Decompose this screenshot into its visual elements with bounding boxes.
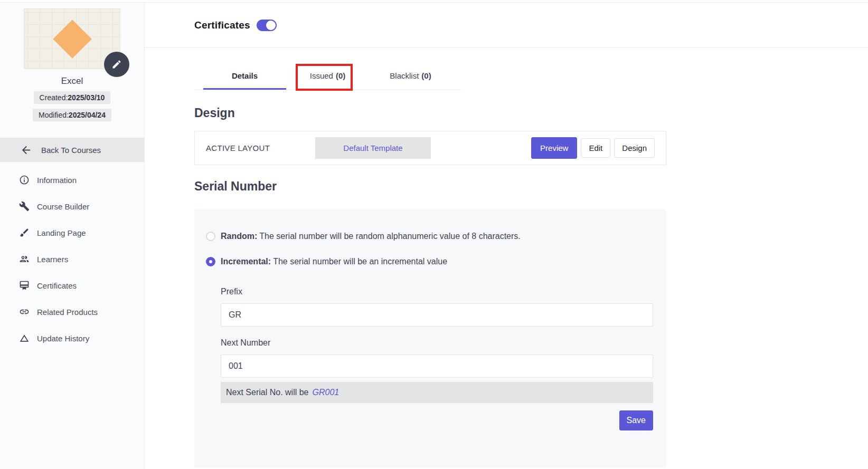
next-number-input[interactable] <box>221 355 653 378</box>
preview-button[interactable]: Preview <box>531 137 577 159</box>
people-icon <box>19 254 30 264</box>
main-content: Certificates Details Issued (0) Blacklis… <box>145 3 868 469</box>
details-tab-content: Design ACTIVE LAYOUT Default Template Pr… <box>145 106 666 467</box>
serial-number-heading: Serial Number <box>194 179 666 194</box>
tab-blacklist[interactable]: Blacklist (0) <box>369 63 452 90</box>
course-title: Excel <box>0 76 144 87</box>
design-heading: Design <box>194 106 666 120</box>
next-serial-text: Next Serial No. will be <box>226 388 309 397</box>
page-title: Certificates <box>194 20 250 31</box>
radio-option-incremental[interactable]: Incremental:The serial number will be an… <box>206 257 653 266</box>
sidebar-item-related-products[interactable]: Related Products <box>0 299 144 325</box>
active-layout-row: ACTIVE LAYOUT Default Template Preview E… <box>194 131 666 165</box>
tab-issued[interactable]: Issued (0) <box>286 63 369 90</box>
diamond-icon <box>53 20 92 59</box>
incremental-description: The serial number will be an incremental… <box>273 257 447 266</box>
radio-selected-icon[interactable] <box>206 257 215 266</box>
pencil-icon <box>111 59 122 70</box>
save-row: Save <box>221 410 653 430</box>
certificate-icon <box>19 280 30 291</box>
tab-count: (0) <box>336 71 345 80</box>
design-button[interactable]: Design <box>614 138 655 158</box>
sidebar-nav: Information Course Builder Landing Page … <box>0 167 144 351</box>
sidebar-item-update-history[interactable]: Update History <box>0 325 144 351</box>
course-thumbnail <box>24 8 120 69</box>
sidebar: Excel Created:2025/03/10 Modified:2025/0… <box>0 3 145 469</box>
active-layout-label: ACTIVE LAYOUT <box>206 143 315 152</box>
tab-label: Issued <box>310 71 333 80</box>
incremental-label: Incremental: <box>221 257 271 266</box>
created-badge: Created:2025/03/10 <box>34 91 111 104</box>
radio-text: Random:The serial number will be random … <box>221 232 521 241</box>
modified-date: 2025/04/24 <box>69 111 106 119</box>
edit-thumbnail-button[interactable] <box>104 52 129 77</box>
prefix-label: Prefix <box>221 287 653 296</box>
toggle-knob-icon <box>266 21 276 30</box>
link-icon <box>19 307 30 317</box>
serial-number-panel: Random:The serial number will be random … <box>194 209 666 467</box>
brush-icon <box>19 227 30 238</box>
random-description: The serial number will be random alphanu… <box>259 232 520 241</box>
sidebar-item-landing-page[interactable]: Landing Page <box>0 219 144 246</box>
triangle-icon <box>19 333 30 343</box>
prefix-input[interactable] <box>221 303 653 327</box>
sidebar-item-label: Related Products <box>37 308 98 317</box>
next-serial-preview: Next Serial No. will be GR001 <box>221 382 653 403</box>
sidebar-item-certificates[interactable]: Certificates <box>0 272 144 299</box>
active-template-name: Default Template <box>315 137 431 159</box>
sidebar-item-course-builder[interactable]: Course Builder <box>0 193 144 219</box>
modified-badge: Modified:2025/04/24 <box>33 109 111 121</box>
sidebar-item-label: Certificates <box>37 281 77 290</box>
info-icon <box>19 175 30 185</box>
back-to-courses-label: Back To Courses <box>41 146 101 155</box>
edit-button[interactable]: Edit <box>581 138 610 158</box>
radio-text: Incremental:The serial number will be an… <box>221 257 447 266</box>
modified-label: Modified: <box>39 111 69 119</box>
back-to-courses-button[interactable]: Back To Courses <box>0 138 144 162</box>
sidebar-item-label: Information <box>37 176 77 185</box>
radio-unselected-icon[interactable] <box>206 232 215 241</box>
wrench-icon <box>19 201 30 212</box>
next-serial-value: GR001 <box>313 388 339 397</box>
tab-bar: Details Issued (0) Blacklist (0) <box>194 63 461 90</box>
tab-details[interactable]: Details <box>203 63 286 90</box>
certificates-toggle[interactable] <box>257 20 277 31</box>
page-header: Certificates <box>145 3 868 48</box>
design-buttons: Preview Edit Design <box>531 137 655 159</box>
random-label: Random: <box>221 232 257 241</box>
sidebar-item-label: Course Builder <box>37 202 89 211</box>
sidebar-item-learners[interactable]: Learners <box>0 246 144 272</box>
tab-label: Details <box>232 71 258 80</box>
sidebar-item-label: Landing Page <box>37 228 86 237</box>
created-label: Created: <box>40 93 68 102</box>
sidebar-item-label: Learners <box>37 255 68 264</box>
radio-option-random[interactable]: Random:The serial number will be random … <box>206 232 653 241</box>
arrow-left-icon <box>20 144 32 156</box>
tab-label: Blacklist <box>390 71 419 80</box>
save-button[interactable]: Save <box>619 410 653 430</box>
sidebar-item-label: Update History <box>37 334 89 343</box>
sidebar-item-information[interactable]: Information <box>0 167 144 193</box>
created-date: 2025/03/10 <box>68 93 105 102</box>
next-number-label: Next Number <box>221 338 653 348</box>
tab-count: (0) <box>421 71 431 80</box>
